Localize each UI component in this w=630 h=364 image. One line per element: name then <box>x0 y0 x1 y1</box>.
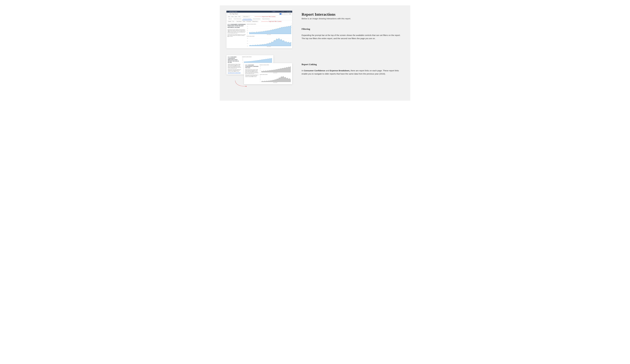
row-filtering: ≡ SAS® Report Viewer Search ⌕ ◉ ✿ ? Mark… <box>226 11 404 48</box>
svg-text:$30: $30 <box>247 30 248 30</box>
svg-text:$20: $20 <box>260 80 261 80</box>
page-chip[interactable]: Toy <box>232 21 234 22</box>
svg-text:$0: $0 <box>242 62 243 63</box>
notification-icon[interactable]: ◉ <box>282 11 282 12</box>
svg-text:$40: $40 <box>260 78 261 78</box>
side-toolbar: □ ⚙ ⓘ <box>291 23 292 28</box>
story-text: U.S. CONSUMER CONFIDENCE REBOUNDS FROM R… <box>228 24 246 47</box>
report-link[interactable]: Link to 2016 Consumer Confidence Report <box>228 72 241 73</box>
close-button[interactable]: Close <box>289 13 291 14</box>
svg-text:$40: $40 <box>247 41 248 41</box>
settings-icon[interactable]: ✿ <box>283 11 284 12</box>
search-icon[interactable]: ⌕ <box>280 11 281 12</box>
svg-text:$50: $50 <box>242 58 243 58</box>
svg-text:$40: $40 <box>247 28 248 28</box>
annotation-report-filters: Report-level Filter Controls <box>255 16 276 17</box>
document-page: ≡ SAS® Report Viewer Search ⌕ ◉ ✿ ? Mark… <box>220 5 410 101</box>
svg-text:$0: $0 <box>260 72 260 72</box>
user-menu[interactable]: Mark Malak ▾ <box>286 11 292 12</box>
row-linking: U.S. CONSUMER CONFIDENCE REBOUNDS FROM R… <box>226 55 404 93</box>
text-panel-linking: Report Linking In Consumer Confidence an… <box>302 55 404 75</box>
section-filtering-body: Expanding the prompt bar at the top of t… <box>302 34 404 40</box>
cardB-title: U.S. CONSUMER CONFIDENCE OVERVIEW FOR 20… <box>245 64 259 68</box>
story-title: U.S. CONSUMER CONFIDENCE REBOUNDS FROM R… <box>228 24 246 28</box>
text-panel-top: Report Interactions Below is an image sh… <box>302 11 404 40</box>
svg-text:$20: $20 <box>242 60 243 61</box>
annotation-page-filters: Page-level Filter Controls <box>261 21 281 22</box>
screenshot-report-viewer: ≡ SAS® Report Viewer Search ⌕ ◉ ✿ ? Mark… <box>226 11 292 48</box>
filter-toggle-button[interactable]: ▼ <box>280 13 282 14</box>
export-button[interactable]: ⇪ <box>286 13 288 14</box>
svg-text:$0: $0 <box>260 81 260 82</box>
page-filter-row: Novelty Toy Action Figure Game Promotion… <box>226 20 292 23</box>
tab-consumer-confidence[interactable]: Consumer Confidence <box>242 18 252 20</box>
state-filter-dropdown[interactable]: Facility State ▾ <box>242 16 250 17</box>
page-chip[interactable]: Promotional <box>246 21 252 22</box>
page-filter-group-a[interactable]: Novelty Toy <box>228 21 234 22</box>
layout-button[interactable]: ⊞ <box>282 13 284 14</box>
screenshot-linking: U.S. CONSUMER CONFIDENCE REBOUNDS FROM R… <box>226 55 292 93</box>
svg-text:$20: $20 <box>247 43 248 44</box>
svg-text:$40: $40 <box>242 59 243 60</box>
info-icon[interactable]: ⓘ <box>291 27 292 28</box>
page-subtitle: Below is an image showing interactions w… <box>302 17 404 20</box>
expand-icon[interactable]: □ <box>291 23 292 24</box>
page-filter-group-b[interactable]: Action Figure Game Promotional Stuffed A… <box>236 21 258 22</box>
section-linking-body: In Consumer Confidence and Expense Break… <box>302 69 404 75</box>
chart-column: Expenses by Date by Month $50 $40 <box>247 24 291 47</box>
report-tabs: Welcome Product Performance Consumer Con… <box>226 18 292 20</box>
page-heading: Report Interactions <box>302 12 404 17</box>
cardB-charts: Expenses by Date by Month $50 $40 $20 $0… <box>260 64 291 83</box>
report-filter-row: East North South West Facility State ▾ R… <box>226 15 292 18</box>
cardB-text: U.S. CONSUMER CONFIDENCE OVERVIEW FOR 20… <box>245 64 259 83</box>
region-filter-group[interactable]: East North South West <box>228 16 241 17</box>
section-linking-title: Report Linking <box>302 63 404 66</box>
svg-text:$20: $20 <box>260 70 261 70</box>
page-chip[interactable]: Action Figure <box>236 21 242 22</box>
options-icon[interactable]: ⚙ <box>291 25 292 26</box>
story-p2: Monthly expenses have dropped significan… <box>228 34 246 37</box>
menu-icon[interactable]: ≡ <box>227 11 228 12</box>
tab-welcome[interactable]: Welcome <box>228 18 233 20</box>
svg-text:$50: $50 <box>247 26 248 26</box>
page-chip[interactable]: Novelty <box>228 21 232 22</box>
svg-text:$0: $0 <box>247 46 248 46</box>
svg-text:$60: $60 <box>247 38 248 38</box>
card-linked-report: U.S. CONSUMER CONFIDENCE OVERVIEW FOR 20… <box>244 63 292 84</box>
help-icon[interactable]: ? <box>285 11 286 12</box>
chart-profit: Profit by Date by Month $60 $40 $20 <box>247 36 291 47</box>
section-filtering-title: Filtering <box>302 28 404 30</box>
story-p1: Monthly profits have been increasing. Th… <box>228 29 246 34</box>
app-brand: SAS® Report Viewer <box>229 11 237 12</box>
region-chip[interactable]: North <box>230 16 234 17</box>
svg-text:$0: $0 <box>247 34 248 34</box>
search-input[interactable]: Search <box>272 11 280 12</box>
svg-text:$40: $40 <box>260 68 261 69</box>
report-header: ⇤ Intro Page Report ▼ ⊞ ↻ ⇪ Close <box>226 12 292 15</box>
svg-text:$50: $50 <box>260 66 261 67</box>
app-titlebar: ≡ SAS® Report Viewer Search ⌕ ◉ ✿ ? Mark… <box>226 11 292 12</box>
tab-expense-breakdown[interactable]: Expense Breakdown <box>252 18 261 20</box>
svg-text:$60: $60 <box>260 76 261 76</box>
page-chip[interactable]: Stuffed Animal <box>252 21 258 22</box>
chart-expenses: Expenses by Date by Month $50 $40 <box>247 24 291 35</box>
region-chip[interactable]: East <box>228 16 230 17</box>
report-page-body: □ ⚙ ⓘ U.S. CONSUMER CONFIDENCE REBOUNDS … <box>226 23 292 48</box>
region-chip[interactable]: South <box>234 16 238 17</box>
region-chip[interactable]: West <box>238 16 241 17</box>
cardA-title: U.S. CONSUMER CONFIDENCE REBOUNDS FROM R… <box>228 56 241 63</box>
cardA-text: U.S. CONSUMER CONFIDENCE REBOUNDS FROM R… <box>228 56 241 73</box>
refresh-button[interactable]: ↻ <box>284 13 286 14</box>
svg-text:$20: $20 <box>247 32 248 32</box>
tab-regional-breakdown[interactable]: Regional Breakdown <box>261 18 270 20</box>
tab-product-performance[interactable]: Product Performance <box>233 18 242 20</box>
page-chip[interactable]: Game <box>242 21 246 22</box>
back-icon[interactable]: ⇤ <box>228 13 228 14</box>
report-title: Intro Page Report <box>230 13 279 14</box>
